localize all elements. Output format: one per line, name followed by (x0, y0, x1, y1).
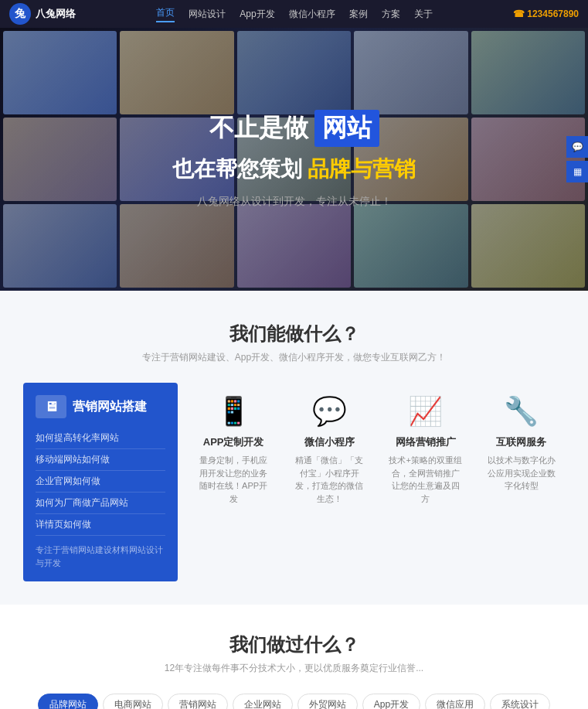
what-left-panel: 🖥 营销网站搭建 如何提高转化率网站 移动端网站如何做 企业官网如何做 如何为厂… (23, 383, 178, 581)
left-item-4[interactable]: 如何为厂商做产品网站 (36, 493, 165, 514)
header: 兔 八兔网络 首页 网站设计 App开发 微信小程序 案例 方案 关于 ☎ 12… (0, 0, 588, 28)
hero-content: 不止是做 网站 也在帮您策划 品牌与营销 八兔网络从设计到开发，专注从未停止！ (172, 110, 416, 209)
nav-solutions[interactable]: 方案 (382, 8, 400, 21)
what-grid: 🖥 营销网站搭建 如何提高转化率网站 移动端网站如何做 企业官网如何做 如何为厂… (23, 383, 565, 581)
left-item-2[interactable]: 移动端网站如何做 (36, 449, 165, 471)
nav-home[interactable]: 首页 (156, 6, 175, 22)
hero-highlight: 网站 (314, 110, 379, 147)
nav-cases[interactable]: 案例 (349, 8, 368, 21)
service-marketing: 📈 网络营销推广 技术+策略的双重组合，全网营销推广让您的生意遍及四方 (382, 383, 469, 581)
hero-brand-text: 品牌与营销 (308, 157, 416, 181)
wechat-icon: 💬 (292, 395, 366, 428)
grid-cell-11 (3, 204, 117, 288)
hero-line2-text: 也在帮您策划 (172, 157, 302, 181)
internet-icon: 🔧 (484, 395, 559, 428)
what-title: 我们能做什么？ (23, 322, 565, 346)
main-nav: 首页 网站设计 App开发 微信小程序 案例 方案 关于 (156, 6, 432, 22)
hero-title-line1: 不止是做 网站 (172, 110, 416, 147)
logo: 兔 八兔网络 (9, 3, 76, 25)
section-what: 我们能做什么？ 专注于营销网站建设、App开发、微信小程序开发，做您专业互联网乙… (0, 291, 588, 605)
grid-cell-15 (471, 204, 585, 288)
tab-system[interactable]: 系统设计 (490, 694, 550, 709)
hero-section: 不止是做 网站 也在帮您策划 品牌与营销 八兔网络从设计到开发，专注从未停止！ … (0, 28, 588, 291)
tab-enterprise[interactable]: 企业网站 (233, 694, 293, 709)
service-app: 📱 APP定制开发 量身定制，手机应用开发让您的业务随时在线！APP开发 (190, 383, 277, 581)
service-wechat-desc: 精通「微信」「支付宝」小程序开发，打造您的微信生态！ (292, 454, 366, 505)
side-btn-chat[interactable]: 💬 (566, 136, 588, 158)
tab-brand[interactable]: 品牌网站 (38, 694, 98, 709)
tab-marketing[interactable]: 营销网站 (168, 694, 228, 709)
grid-cell-12 (120, 204, 233, 288)
side-buttons: 💬 ▦ (566, 136, 588, 182)
nav-app-dev[interactable]: App开发 (240, 8, 274, 21)
header-phone[interactable]: ☎ 1234567890 (513, 9, 579, 19)
monitor-icon: 🖥 (36, 395, 66, 418)
portfolio-title: 我们做过什么？ (15, 632, 573, 657)
grid-cell-1 (3, 31, 117, 114)
left-panel-desc: 专注于营销网站建设材料网站设计与开发 (36, 544, 165, 569)
logo-icon: 兔 (9, 3, 31, 25)
grid-cell-4 (354, 31, 467, 114)
left-item-1[interactable]: 如何提高转化率网站 (36, 428, 165, 449)
grid-cell-14 (354, 204, 467, 288)
left-panel-items: 如何提高转化率网站 移动端网站如何做 企业官网如何做 如何为厂商做产品网站 详情… (36, 428, 165, 536)
hero-title-line2: 也在帮您策划 品牌与营销 (172, 155, 416, 184)
hero-pre-text: 不止是做 (209, 111, 308, 145)
hero-subtitle: 八兔网络从设计到开发，专注从未停止！ (172, 195, 416, 209)
app-icon: 📱 (196, 395, 270, 428)
what-right-services: 📱 APP定制开发 量身定制，手机应用开发让您的业务随时在线！APP开发 💬 微… (190, 383, 565, 581)
marketing-icon: 📈 (389, 395, 463, 428)
tab-app[interactable]: App开发 (362, 694, 420, 709)
service-internet-title: 互联网服务 (484, 435, 559, 449)
nav-web-design[interactable]: 网站设计 (189, 8, 226, 21)
left-item-5[interactable]: 详情页如何做 (36, 514, 165, 536)
section-portfolio: 我们做过什么？ 12年专注做每件事不分技术大小，更以优质服务奠定行业信誉... … (0, 605, 588, 709)
service-internet: 🔧 互联网服务 以技术与数字化办公应用实现企业数字化转型 (478, 383, 565, 581)
tab-foreign[interactable]: 外贸网站 (297, 694, 358, 709)
grid-cell-2 (120, 31, 233, 114)
tab-wechat[interactable]: 微信应用 (425, 694, 485, 709)
nav-wechat[interactable]: 微信小程序 (289, 8, 335, 21)
service-marketing-title: 网络营销推广 (389, 435, 463, 449)
nav-about[interactable]: 关于 (414, 8, 433, 21)
service-app-title: APP定制开发 (196, 435, 270, 449)
portfolio-subtitle: 12年专注做每件事不分技术大小，更以优质服务奠定行业信誉... (15, 662, 573, 675)
left-panel-title: 🖥 营销网站搭建 (36, 395, 165, 418)
service-internet-desc: 以技术与数字化办公应用实现企业数字化转型 (484, 454, 559, 493)
service-marketing-desc: 技术+策略的双重组合，全网营销推广让您的生意遍及四方 (389, 454, 463, 505)
grid-cell-6 (3, 118, 117, 201)
tab-ecommerce[interactable]: 电商网站 (103, 694, 163, 709)
portfolio-tabs: 品牌网站 电商网站 营销网站 企业网站 外贸网站 App开发 微信应用 系统设计 (15, 694, 573, 709)
service-wechat: 💬 微信小程序 精通「微信」「支付宝」小程序开发，打造您的微信生态！ (286, 383, 372, 581)
grid-cell-3 (237, 31, 351, 114)
logo-text: 八兔网络 (36, 7, 76, 21)
side-btn-qr[interactable]: ▦ (566, 161, 588, 182)
service-wechat-title: 微信小程序 (292, 435, 366, 449)
grid-cell-13 (237, 204, 351, 288)
grid-cell-5 (471, 31, 585, 114)
what-subtitle: 专注于营销网站建设、App开发、微信小程序开发，做您专业互联网乙方！ (23, 351, 565, 364)
service-app-desc: 量身定制，手机应用开发让您的业务随时在线！APP开发 (196, 454, 270, 505)
left-item-3[interactable]: 企业官网如何做 (36, 471, 165, 493)
